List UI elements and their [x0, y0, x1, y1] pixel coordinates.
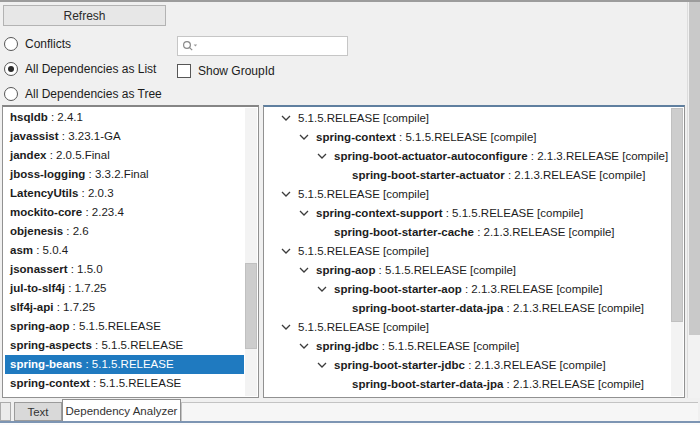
tree-row[interactable]: spring-jdbc : 5.1.5.RELEASE [compile]: [266, 336, 669, 355]
show-groupid-checkbox[interactable]: Show GroupId: [177, 64, 275, 78]
tree-row-label: spring-aop : 5.1.5.RELEASE [compile]: [316, 264, 516, 276]
tree-row-label: spring-boot-starter-actuator : 2.1.3.REL…: [352, 169, 645, 181]
chevron-down-icon[interactable]: [299, 343, 316, 349]
chevron-down-icon[interactable]: [299, 267, 316, 273]
tree-row[interactable]: 5.1.5.RELEASE [compile]: [266, 108, 669, 127]
checkbox-label: Show GroupId: [198, 64, 275, 78]
dependency-analyzer-panel: Refresh Conflicts All Dependencies as Li…: [0, 0, 700, 425]
list-item[interactable]: jsonassert : 1.5.0: [5, 260, 244, 279]
search-field[interactable]: [177, 36, 348, 56]
dependency-tree-panel: 5.1.5.RELEASE [compile]spring-context : …: [263, 105, 685, 398]
search-icon[interactable]: [182, 40, 198, 52]
tree-row-label: spring-boot-actuator-autoconfigure : 2.1…: [334, 150, 668, 162]
chevron-down-icon[interactable]: [317, 153, 334, 159]
list-item[interactable]: LatencyUtils : 2.0.3: [5, 184, 244, 203]
tab-corner-spacer: [0, 402, 11, 421]
window-scrollbar[interactable]: [687, 2, 700, 398]
tree-row-label: spring-boot-starter-data-jpa : 2.1.3.REL…: [352, 302, 644, 314]
list-item[interactable]: jul-to-slf4j : 1.7.25: [5, 279, 244, 298]
tree-row-label: spring-boot-starter-cache : 2.1.3.RELEAS…: [334, 226, 615, 238]
list-item[interactable]: objenesis : 2.6: [5, 222, 244, 241]
radio-conflicts[interactable]: Conflicts: [4, 37, 71, 51]
window-scrollbar-thumb[interactable]: [689, 2, 700, 335]
tree-row-label: spring-jdbc : 5.1.5.RELEASE [compile]: [316, 340, 519, 352]
tree-row-label: 5.1.5.RELEASE [compile]: [298, 112, 429, 124]
tree-scrollbar-thumb[interactable]: [671, 108, 683, 322]
radio-label: All Dependencies as Tree: [25, 87, 162, 101]
tree-row[interactable]: spring-boot-actuator-autoconfigure : 2.1…: [266, 146, 669, 165]
refresh-button[interactable]: Refresh: [3, 5, 166, 26]
list-item[interactable]: jandex : 2.0.5.Final: [5, 146, 244, 165]
radio-icon[interactable]: [4, 87, 18, 101]
chevron-down-icon[interactable]: [317, 362, 334, 368]
tree-row[interactable]: spring-boot-starter-actuator : 2.1.3.REL…: [266, 165, 669, 184]
chevron-down-icon[interactable]: [317, 286, 334, 292]
dependency-tree: 5.1.5.RELEASE [compile]spring-context : …: [266, 108, 669, 395]
chevron-down-icon[interactable]: [299, 134, 316, 140]
tree-row-label: 5.1.5.RELEASE [compile]: [298, 321, 429, 333]
radio-all-dependencies-as-tree[interactable]: All Dependencies as Tree: [4, 87, 162, 101]
radio-icon[interactable]: [4, 37, 18, 51]
tree-row[interactable]: 5.1.5.RELEASE [compile]: [266, 241, 669, 260]
tree-row[interactable]: spring-context-support : 5.1.5.RELEASE […: [266, 203, 669, 222]
tree-row[interactable]: spring-context : 5.1.5.RELEASE [compile]: [266, 127, 669, 146]
list-item[interactable]: slf4j-api : 1.7.25: [5, 298, 244, 317]
tree-row[interactable]: spring-boot-starter-aop : 2.1.3.RELEASE …: [266, 279, 669, 298]
list-scrollbar-thumb[interactable]: [245, 263, 257, 349]
radio-label: Conflicts: [25, 37, 71, 51]
chevron-down-icon[interactable]: [281, 191, 298, 197]
tree-row-label: 5.1.5.RELEASE [compile]: [298, 245, 429, 257]
radio-label: All Dependencies as List: [25, 62, 156, 76]
tree-scrollbar[interactable]: [671, 108, 683, 396]
tree-row[interactable]: spring-boot-starter-cache : 2.1.3.RELEAS…: [266, 222, 669, 241]
tree-row[interactable]: spring-boot-starter-jdbc : 2.1.3.RELEASE…: [266, 355, 669, 374]
list-item[interactable]: spring-aop : 5.1.5.RELEASE: [5, 317, 244, 336]
dependency-list: hsqldb : 2.4.1javassist : 3.23.1-GAjande…: [5, 108, 244, 395]
dependency-list-panel: hsqldb : 2.4.1javassist : 3.23.1-GAjande…: [2, 105, 259, 398]
tree-row-label: 5.1.5.RELEASE [compile]: [298, 188, 429, 200]
radio-icon[interactable]: [4, 62, 18, 76]
tree-row-label: spring-boot-starter-jdbc : 2.1.3.RELEASE…: [334, 359, 606, 371]
tree-row-label: spring-boot-starter-aop : 2.1.3.RELEASE …: [334, 283, 602, 295]
list-item[interactable]: hsqldb : 2.4.1: [5, 108, 244, 127]
chevron-down-icon[interactable]: [281, 324, 298, 330]
tree-row[interactable]: 5.1.5.RELEASE [compile]: [266, 184, 669, 203]
tree-row[interactable]: spring-boot-starter-data-jpa : 2.1.3.REL…: [266, 298, 669, 317]
list-item[interactable]: spring-aspects : 5.1.5.RELEASE: [5, 336, 244, 355]
chevron-down-icon[interactable]: [299, 210, 316, 216]
tree-row-label: spring-context : 5.1.5.RELEASE [compile]: [316, 131, 537, 143]
tab-text[interactable]: Text: [14, 402, 62, 421]
list-item[interactable]: spring-context : 5.1.5.RELEASE: [5, 374, 244, 393]
radio-all-dependencies-as-list[interactable]: All Dependencies as List: [4, 62, 156, 76]
tree-row[interactable]: spring-boot-starter-data-jpa : 2.1.3.REL…: [266, 374, 669, 393]
list-item[interactable]: asm : 5.0.4: [5, 241, 244, 260]
chevron-down-icon[interactable]: [281, 115, 298, 121]
tab-bar-empty-area: [181, 402, 698, 421]
tree-row[interactable]: spring-aop : 5.1.5.RELEASE [compile]: [266, 260, 669, 279]
tree-row[interactable]: 5.1.5.RELEASE [compile]: [266, 317, 669, 336]
list-item[interactable]: javassist : 3.23.1-GA: [5, 127, 244, 146]
list-item[interactable]: mockito-core : 2.23.4: [5, 203, 244, 222]
tree-row-label: spring-boot-starter-data-jpa : 2.1.3.REL…: [352, 378, 644, 390]
top-separator: [0, 0, 700, 2]
chevron-down-icon[interactable]: [281, 248, 298, 254]
list-scrollbar[interactable]: [245, 108, 257, 396]
tree-row-label: spring-context-support : 5.1.5.RELEASE […: [316, 207, 583, 219]
list-item[interactable]: spring-beans : 5.1.5.RELEASE: [5, 355, 244, 374]
checkbox-icon[interactable]: [177, 64, 191, 78]
tab-dependency-analyzer[interactable]: Dependency Analyzer: [62, 399, 181, 421]
list-item[interactable]: jboss-logging : 3.3.2.Final: [5, 165, 244, 184]
search-input[interactable]: [198, 38, 356, 54]
